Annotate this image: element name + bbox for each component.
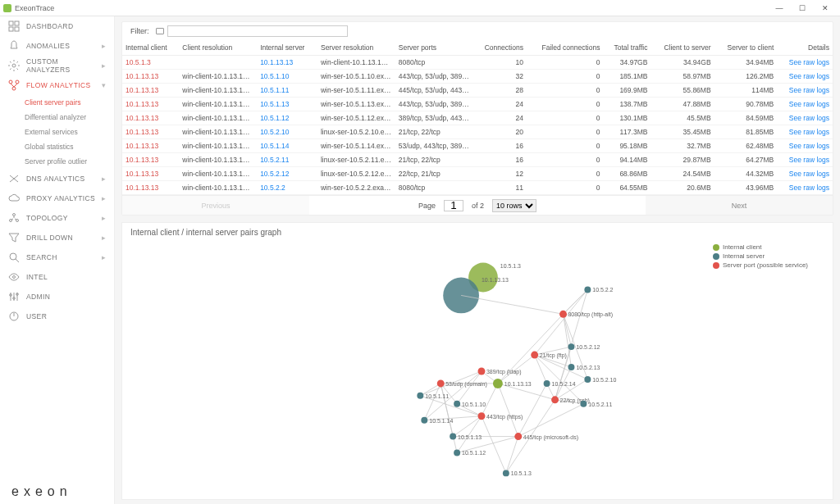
graph-hub-node[interactable] (493, 379, 503, 388)
server-resolution: linux-ser-10.5.2.10.ex… (317, 125, 395, 139)
sidebar-item-search[interactable]: SEARCH▸ (0, 247, 114, 267)
sidebar-sub-differential-analyzer[interactable]: Differential analyzer (0, 110, 114, 125)
graph-port-node[interactable] (551, 396, 559, 403)
internal-server-ip[interactable]: 10.5.1.10 (260, 72, 289, 80)
filter-checkbox[interactable] (156, 28, 164, 34)
see-raw-logs-link[interactable]: See raw logs (789, 156, 829, 164)
internal-client-ip[interactable]: 10.1.13.13 (126, 142, 158, 150)
graph-server-node[interactable] (454, 450, 460, 456)
table-row[interactable]: 10.1.13.13win-client-10.1.13.13…10.5.1.1… (122, 139, 833, 153)
col-header[interactable]: Internal client (122, 40, 179, 56)
sidebar-item-user[interactable]: USER (0, 306, 114, 326)
maximize-button[interactable]: ☐ (791, 1, 814, 16)
table-row[interactable]: 10.1.13.13win-client-10.1.13.13…10.5.1.1… (122, 98, 833, 111)
prev-button[interactable]: Previous (122, 196, 309, 215)
internal-client-ip[interactable]: 10.1.13.13 (126, 114, 158, 122)
minimize-button[interactable]: — (768, 1, 791, 16)
internal-server-ip[interactable]: 10.1.13.13 (260, 58, 293, 66)
internal-server-ip[interactable]: 10.5.1.14 (260, 142, 289, 150)
graph-server-node[interactable] (580, 401, 587, 407)
see-raw-logs-link[interactable]: See raw logs (789, 184, 829, 192)
graph-port-node[interactable] (531, 352, 538, 359)
internal-client-ip[interactable]: 10.1.13.13 (126, 128, 158, 136)
sidebar-item-dns-analytics[interactable]: DNS ANALYTICS▸ (0, 169, 114, 188)
internal-client-ip[interactable]: 10.1.13.13 (126, 72, 158, 80)
table-row[interactable]: 10.1.13.13win-client-10.1.13.13…10.5.2.1… (122, 167, 833, 181)
col-header[interactable]: Details (777, 40, 833, 56)
col-header[interactable]: Total traffic (603, 40, 651, 56)
col-header[interactable]: Internal server (257, 40, 317, 56)
internal-client-ip[interactable]: 10.1.13.13 (126, 86, 158, 94)
table-row[interactable]: 10.1.13.13win-client-10.1.13.13…10.5.1.1… (122, 111, 833, 125)
internal-client-ip[interactable]: 10.1.13.13 (126, 100, 158, 108)
graph-server-node[interactable] (450, 434, 456, 440)
sidebar-sub-client-server-pairs[interactable]: Client server pairs (0, 95, 114, 110)
graph-server-node[interactable] (417, 393, 423, 399)
see-raw-logs-link[interactable]: See raw logs (789, 58, 829, 66)
see-raw-logs-link[interactable]: See raw logs (789, 128, 829, 136)
network-graph[interactable]: 10.5.1.310.1.13.1310.1.13.138080/tcp (ht… (130, 240, 824, 494)
graph-port-node[interactable] (477, 412, 485, 420)
internal-server-ip[interactable]: 10.5.1.13 (260, 100, 289, 108)
sidebar-item-admin[interactable]: ADMIN (0, 287, 114, 306)
sidebar-item-topology[interactable]: TOPOLOGY▸ (0, 208, 114, 228)
graph-server-node[interactable] (584, 286, 591, 293)
svg-text:10.5.2.14: 10.5.2.14 (552, 381, 576, 387)
graph-server-node[interactable] (421, 417, 427, 424)
graph-port-node[interactable] (437, 379, 445, 387)
filter-input[interactable] (167, 25, 348, 37)
sidebar-item-flow-analytics[interactable]: FLOW ANALYTICS▾ (0, 75, 114, 95)
close-button[interactable]: ✕ (814, 1, 837, 16)
internal-server-ip[interactable]: 10.5.2.10 (260, 128, 289, 136)
page-input[interactable] (444, 200, 463, 211)
col-header[interactable]: Client to server (651, 40, 714, 56)
internal-server-ip[interactable]: 10.5.2.2 (260, 184, 285, 192)
sidebar-item-proxy-analytics[interactable]: PROXY ANALYTICS▸ (0, 188, 114, 208)
next-button[interactable]: Next (646, 196, 833, 215)
internal-server-ip[interactable]: 10.5.1.12 (260, 114, 289, 122)
graph-port-node[interactable] (514, 433, 522, 440)
col-header[interactable]: Server ports (395, 40, 473, 56)
table-row[interactable]: 10.1.13.13win-client-10.1.13.13…10.5.1.1… (122, 70, 833, 84)
sidebar-sub-server-profile-outlier[interactable]: Server profile outlier (0, 154, 114, 169)
rows-select[interactable]: 10 rows (492, 199, 536, 212)
table-row[interactable]: 10.1.13.13win-client-10.1.13.13…10.5.2.1… (122, 153, 833, 167)
internal-server-ip[interactable]: 10.5.2.12 (260, 170, 289, 178)
see-raw-logs-link[interactable]: See raw logs (789, 114, 829, 122)
internal-server-ip[interactable]: 10.5.1.11 (260, 86, 289, 94)
graph-port-node[interactable] (477, 367, 485, 375)
sidebar-item-dashboard[interactable]: DASHBOARD (0, 16, 114, 36)
sidebar-sub-global-statistics[interactable]: Global statistics (0, 139, 114, 154)
internal-client-ip[interactable]: 10.1.13.13 (126, 170, 158, 178)
see-raw-logs-link[interactable]: See raw logs (789, 170, 829, 178)
table-row[interactable]: 10.1.13.13win-client-10.1.13.13…10.5.2.2… (122, 181, 833, 195)
col-header[interactable]: Failed connections (527, 40, 603, 56)
see-raw-logs-link[interactable]: See raw logs (789, 86, 829, 94)
sidebar-item-intel[interactable]: INTEL (0, 267, 114, 287)
table-row[interactable]: 10.1.13.13win-client-10.1.13.13…10.5.2.1… (122, 125, 833, 139)
sidebar-item-anomalies[interactable]: ANOMALIES▸ (0, 36, 114, 56)
see-raw-logs-link[interactable]: See raw logs (789, 142, 829, 150)
col-header[interactable]: Server to client (714, 40, 778, 56)
internal-client-ip[interactable]: 10.1.13.13 (126, 184, 158, 192)
col-header[interactable]: Server resolution (317, 40, 395, 56)
table-row[interactable]: 10.1.13.13win-client-10.1.13.13…10.5.1.1… (122, 84, 833, 98)
graph-server-node[interactable] (503, 470, 509, 476)
graph-server-node[interactable] (544, 380, 550, 387)
col-header[interactable]: Client resolution (179, 40, 257, 56)
internal-client-ip[interactable]: 10.1.13.13 (126, 156, 158, 164)
col-header[interactable]: Connections (473, 40, 527, 56)
see-raw-logs-link[interactable]: See raw logs (789, 100, 829, 108)
graph-server-node[interactable] (568, 364, 574, 370)
sidebar-item-custom-analyzers[interactable]: CUSTOM ANALYZERS▸ (0, 56, 114, 75)
internal-client-ip[interactable]: 10.5.1.3 (126, 58, 151, 66)
sidebar-item-drill-down[interactable]: DRILL DOWN▸ (0, 228, 114, 247)
graph-server-node[interactable] (454, 401, 460, 407)
graph-server-node[interactable] (568, 343, 574, 350)
internal-server-ip[interactable]: 10.5.2.11 (260, 156, 289, 164)
sidebar-sub-external-services[interactable]: External services (0, 125, 114, 139)
graph-server-node[interactable] (584, 376, 591, 383)
table-row[interactable]: 10.5.1.310.1.13.13win-client-10.1.13.13…… (122, 56, 833, 70)
graph-port-node[interactable] (559, 311, 567, 318)
see-raw-logs-link[interactable]: See raw logs (789, 72, 829, 80)
